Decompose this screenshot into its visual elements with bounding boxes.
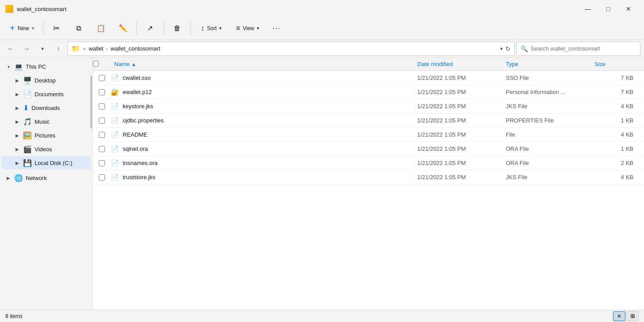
- close-button[interactable]: ✕: [618, 2, 639, 16]
- row-checkbox-5[interactable]: [99, 146, 105, 152]
- address-box[interactable]: 📁 « wallet › wallet_contosomart ▾ ↻: [67, 42, 515, 56]
- maximize-button[interactable]: □: [598, 2, 618, 16]
- table-row[interactable]: 📄 sqlnet.ora 1/21/2022 1:05 PM ORA File …: [93, 142, 644, 156]
- back-button[interactable]: ←: [4, 42, 18, 56]
- file-type: JKS File: [502, 103, 591, 110]
- new-label: New: [18, 25, 29, 31]
- address-dropdown-button[interactable]: ▾: [500, 46, 503, 52]
- sidebar-scrollbar[interactable]: [90, 75, 92, 129]
- select-all-checkbox[interactable]: [93, 61, 99, 67]
- row-checkbox-col: [93, 160, 111, 166]
- list-view-button[interactable]: ≡: [613, 311, 625, 321]
- delete-button[interactable]: 🗑: [167, 19, 188, 38]
- sidebar-item-downloads[interactable]: ▶ ⬇ Downloads: [2, 101, 91, 114]
- toolbar-sep-3: [163, 21, 164, 35]
- paste-icon: 📋: [97, 25, 105, 32]
- videos-label: Videos: [35, 146, 52, 153]
- pictures-chevron: ▶: [14, 133, 20, 138]
- sidebar-item-local-disk[interactable]: ▶ 💾 Local Disk (C:): [2, 156, 91, 169]
- file-name-col: 📄 keystore.jks: [111, 102, 414, 110]
- row-checkbox-7[interactable]: [99, 174, 105, 181]
- row-checkbox-col: [93, 103, 111, 110]
- breadcrumb-current[interactable]: wallet_contosomart: [111, 45, 160, 52]
- file-name: sqlnet.ora: [123, 145, 148, 152]
- share-button[interactable]: ↗: [140, 19, 161, 38]
- table-row[interactable]: 📄 cwallet.sso 1/21/2022 1:05 PM SSO File…: [93, 71, 644, 85]
- table-row[interactable]: 📄 keystore.jks 1/21/2022 1:05 PM JKS Fil…: [93, 99, 644, 114]
- documents-icon: 📄: [23, 90, 32, 98]
- row-checkbox-col: [93, 132, 111, 138]
- address-bar: ← → ▾ ↑ 📁 « wallet › wallet_contosomart …: [0, 40, 644, 58]
- file-size: 4 KB: [591, 174, 644, 181]
- breadcrumb-parent[interactable]: wallet: [89, 45, 103, 52]
- sidebar-item-this-pc[interactable]: ▾ 💻 This PC: [2, 60, 91, 73]
- search-input[interactable]: [531, 45, 636, 52]
- file-icon-3: 📄: [111, 117, 119, 125]
- column-size[interactable]: Size: [591, 61, 644, 67]
- sidebar-item-network[interactable]: ▶ 🌐 Network: [2, 171, 91, 185]
- rename-button[interactable]: ✏️: [113, 19, 134, 38]
- local-disk-icon: 💾: [23, 159, 32, 167]
- row-checkbox-col: [93, 146, 111, 152]
- table-row[interactable]: 📄 truststore.jks 1/21/2022 1:05 PM JKS F…: [93, 170, 644, 185]
- grid-view-button[interactable]: ⊞: [626, 311, 639, 321]
- breadcrumb-arrow: ›: [106, 45, 108, 52]
- paste-button[interactable]: 📋: [90, 19, 112, 38]
- column-date-modified[interactable]: Date modified: [414, 61, 502, 67]
- sidebar: ▾ 💻 This PC ▶ 🖥️ Desktop ▶ 📄 Documents ▶…: [0, 58, 93, 310]
- row-checkbox-1[interactable]: [99, 89, 105, 95]
- breadcrumb-sep-start: «: [83, 45, 86, 52]
- sidebar-item-documents[interactable]: ▶ 📄 Documents: [2, 87, 91, 101]
- row-checkbox-6[interactable]: [99, 160, 105, 166]
- rename-icon: ✏️: [119, 25, 128, 32]
- search-icon: 🔍: [520, 45, 528, 52]
- sidebar-item-music[interactable]: ▶ 🎵 Music: [2, 115, 91, 128]
- file-name: truststore.jks: [123, 174, 155, 181]
- desktop-chevron: ▶: [14, 78, 20, 83]
- file-icon-1: 🔐: [111, 88, 119, 96]
- search-box[interactable]: 🔍: [516, 42, 640, 56]
- file-size: 4 KB: [591, 103, 644, 110]
- file-date: 1/21/2022 1:05 PM: [414, 145, 502, 152]
- column-type[interactable]: Type: [502, 61, 591, 67]
- recent-locations-button[interactable]: ▾: [35, 42, 50, 56]
- table-row[interactable]: 📄 ojdbc.properties 1/21/2022 1:05 PM PRO…: [93, 114, 644, 128]
- more-button[interactable]: ···: [266, 19, 287, 38]
- desktop-icon: 🖥️: [23, 76, 32, 85]
- table-row[interactable]: 📄 tnsnames.ora 1/21/2022 1:05 PM ORA Fil…: [93, 156, 644, 170]
- row-checkbox-0[interactable]: [99, 75, 105, 81]
- copy-button[interactable]: ⧉: [68, 19, 89, 38]
- file-name: ojdbc.properties: [123, 117, 164, 124]
- window-title: wallet_contosomart: [17, 6, 66, 12]
- file-name-col: 📄 sqlnet.ora: [111, 145, 414, 153]
- row-checkbox-2[interactable]: [99, 103, 105, 110]
- column-name[interactable]: Name ▲: [111, 61, 414, 67]
- sort-button[interactable]: ↕ Sort ▾: [194, 19, 229, 38]
- file-size: 1 KB: [591, 145, 644, 152]
- up-button[interactable]: ↑: [51, 42, 66, 56]
- row-checkbox-4[interactable]: [99, 132, 105, 138]
- music-label: Music: [35, 118, 50, 125]
- videos-chevron: ▶: [14, 147, 20, 152]
- new-button[interactable]: + New ▾: [4, 19, 40, 38]
- row-checkbox-col: [93, 75, 111, 81]
- downloads-label: Downloads: [31, 105, 60, 111]
- more-icon: ···: [272, 24, 281, 32]
- cut-button[interactable]: ✂: [46, 19, 67, 38]
- file-type: ORA File: [502, 160, 591, 166]
- view-button[interactable]: ≡ View ▾: [230, 19, 265, 38]
- sidebar-item-videos[interactable]: ▶ 🎬 Videos: [2, 142, 91, 156]
- refresh-button[interactable]: ↻: [505, 45, 511, 52]
- toolbar-sep-4: [190, 21, 191, 35]
- sidebar-item-desktop[interactable]: ▶ 🖥️ Desktop: [2, 74, 91, 87]
- file-icon-5: 📄: [111, 145, 119, 153]
- table-row[interactable]: 📄 README 1/21/2022 1:05 PM File 4 KB: [93, 128, 644, 142]
- file-icon-7: 📄: [111, 173, 119, 181]
- minimize-button[interactable]: —: [578, 2, 598, 16]
- row-checkbox-3[interactable]: [99, 118, 105, 124]
- share-icon: ↗: [147, 25, 153, 32]
- forward-button[interactable]: →: [19, 42, 34, 56]
- table-row[interactable]: 🔐 ewallet.p12 1/21/2022 1:05 PM Personal…: [93, 85, 644, 99]
- sidebar-item-pictures[interactable]: ▶ 🖼️ Pictures: [2, 129, 91, 142]
- main-area: ▾ 💻 This PC ▶ 🖥️ Desktop ▶ 📄 Documents ▶…: [0, 58, 644, 310]
